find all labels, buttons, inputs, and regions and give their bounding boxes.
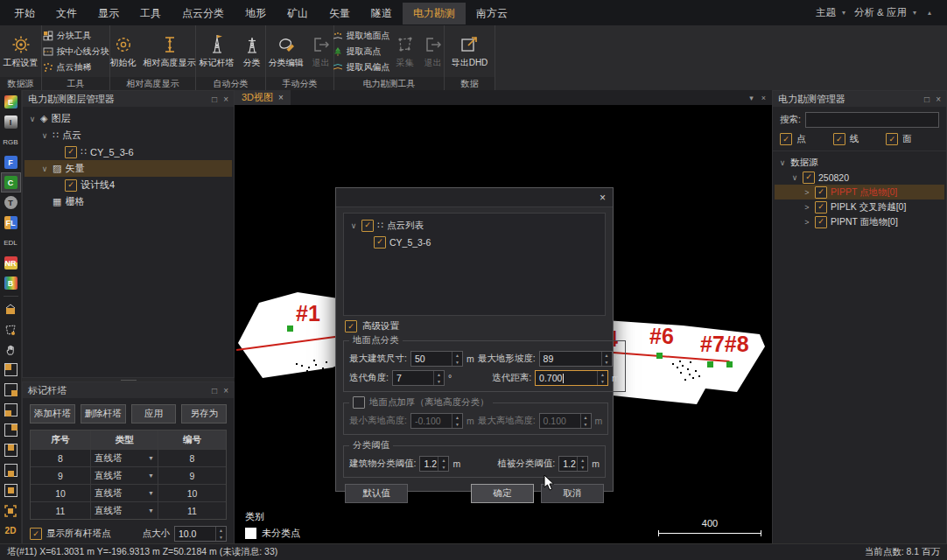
max-height-input[interactable]: 0.100 ▲▼ [539,413,592,429]
tree-row[interactable]: ✓设计线4 [25,177,232,193]
expander-icon[interactable]: ∨ [790,173,799,182]
menubar-item[interactable]: 开始 [4,3,46,24]
tab-list-icon[interactable]: ▾ [749,94,754,102]
collapse-ribbon-icon[interactable]: ▴ [928,9,931,17]
expander-icon[interactable]: ∨ [40,164,49,173]
menubar-item[interactable]: 文件 [46,3,88,24]
building-threshold-input[interactable]: 1.2 ▲▼ [419,456,449,472]
tower-type-dropdown[interactable]: 直线塔▼ [90,502,158,519]
checkbox[interactable]: ✓ [815,201,827,214]
checkbox[interactable]: ✓ [374,236,386,248]
menubar-item[interactable]: 点云分类 [172,3,235,24]
classify-button[interactable]: 分类 [239,33,265,70]
checkbox[interactable]: ✓ [361,220,374,232]
menubar-item[interactable]: 工具 [130,3,172,24]
max-slope-input[interactable]: 89 ▲▼ [539,351,613,367]
tree-row[interactable]: ∨∷点云 [25,127,232,144]
list-item[interactable]: ✓ CY_5_3-6 [346,234,603,250]
tree-row[interactable]: >✓PIPPT 点地物[0] [775,185,944,200]
elevation-render-icon[interactable]: E [2,93,20,111]
menubar-item[interactable]: 隧道 [361,3,403,24]
point-size-input[interactable]: 10.0 ▲▼ [174,526,227,542]
tree-row[interactable]: ∨数据源 [775,155,944,170]
tower-action-button[interactable]: 添加杆塔 [30,404,75,424]
tower-action-button[interactable]: 另存为 [181,404,227,424]
default-button[interactable]: 默认值 [345,484,408,503]
tree-row[interactable]: ∨▨矢量 [25,160,232,177]
tower-type-dropdown[interactable]: 直线塔▼ [90,467,158,484]
classify-edit-button[interactable]: 分类编辑 [266,33,306,70]
filter-checkbox[interactable]: ✓ [886,133,898,145]
tower-action-button[interactable]: 删除杆塔 [81,404,126,424]
table-row[interactable]: 11直线塔▼11 [31,501,226,519]
list-item[interactable]: ∨ ✓ ∷ 点云列表 [346,217,603,234]
collect-button[interactable]: 采集 [392,33,418,70]
tower-type-dropdown[interactable]: 直线塔▼ [90,450,158,466]
pan-tool-icon[interactable] [2,340,20,359]
blend-render-icon[interactable]: B [2,274,20,292]
tab-3d-view[interactable]: 3D视图 × [235,90,291,105]
dialog-close-icon[interactable]: × [600,192,606,204]
zoom-extent-icon[interactable] [2,501,20,520]
min-height-input[interactable]: -0.100 ▲▼ [410,413,463,429]
ground-thicken-checkbox[interactable] [353,396,365,409]
block-tool-button[interactable]: 分块工具 [43,28,109,43]
menubar-item[interactable]: 显示 [88,3,130,24]
tree-row[interactable]: ∨◈图层 [25,110,232,127]
tree-row[interactable]: >✓PIPLK 交叉跨越[0] [775,200,944,214]
view-bottom-icon[interactable] [2,461,20,480]
expander-icon[interactable]: > [803,188,811,197]
rgb-render-icon[interactable]: RGB [2,133,20,151]
vegetation-threshold-input[interactable]: 1.2 ▲▼ [558,456,588,472]
float-panel-icon[interactable]: □ [212,94,217,104]
tab-close-icon[interactable]: × [278,93,284,102]
view-back-icon[interactable] [2,381,20,399]
expander-icon[interactable]: > [803,218,811,227]
advanced-settings-checkbox[interactable]: ✓ [345,320,357,332]
checkbox[interactable]: ✓ [65,179,77,192]
dialog-titlebar[interactable]: × [336,188,613,207]
iter-angle-input[interactable]: 7 ▲▼ [392,370,445,386]
checkbox[interactable]: ✓ [65,146,77,158]
ok-button[interactable]: 确定 [471,484,534,503]
mark-tower-button[interactable]: 标记杆塔 [197,33,237,70]
menubar-item[interactable]: 电力勘测 [403,3,466,24]
checkbox[interactable]: ✓ [803,172,815,184]
initialize-button[interactable]: 初始化 [108,33,139,70]
tower-type-dropdown[interactable]: 直线塔▼ [90,485,158,501]
iter-dist-input[interactable]: 0.700 ▲▼ [535,370,608,386]
menubar-item[interactable]: 地形 [235,3,277,24]
float-panel-icon[interactable]: □ [924,94,929,104]
edl-render-icon[interactable]: EDL [2,234,20,252]
class-render-icon[interactable]: C [2,173,20,192]
exit-survey-button[interactable]: 退出 [420,33,446,70]
filter-checkbox[interactable]: ✓ [780,133,792,145]
search-input[interactable] [805,112,939,128]
tree-row[interactable]: ✓∷CY_5_3-6 [25,144,232,160]
tower-action-button[interactable]: 应用 [131,404,177,424]
theme-menu[interactable]: 主题 [816,6,836,19]
max-building-input[interactable]: 50 ▲▼ [410,351,463,367]
float-panel-icon[interactable]: □ [212,386,217,396]
tree-row[interactable]: ∨✓250820 [775,170,944,185]
extract-ground-button[interactable]: 提取地面点 [333,28,390,43]
table-row[interactable]: 8直线塔▼8 [31,449,226,466]
expander-icon[interactable]: ∨ [778,158,787,167]
tree-row[interactable]: >✓PIPNT 面地物[0] [775,214,944,229]
intensity-render-icon[interactable]: I [2,113,20,131]
exit-manual-button[interactable]: 退出 [308,33,334,70]
bucket-tool-icon[interactable] [2,300,20,318]
centerline-block-button[interactable]: 按中心线分块 [43,44,109,59]
view-iso-icon[interactable] [2,481,20,500]
view-right-icon[interactable] [2,421,20,439]
time-render-icon[interactable]: T [2,193,20,212]
table-row[interactable]: 10直线塔▼10 [31,484,226,501]
polygon-select-icon[interactable] [2,320,20,339]
menubar-item[interactable]: 矢量 [319,3,361,24]
tree-row[interactable]: ▦栅格 [25,193,232,210]
thin-pointcloud-button[interactable]: 点云抽稀 [43,60,109,74]
analysis-menu[interactable]: 分析 & 应用 [854,6,907,19]
filter-checkbox[interactable]: ✓ [833,133,845,145]
table-row[interactable]: 9直线塔▼9 [31,466,226,484]
project-settings-button[interactable]: 工程设置 [1,33,41,70]
